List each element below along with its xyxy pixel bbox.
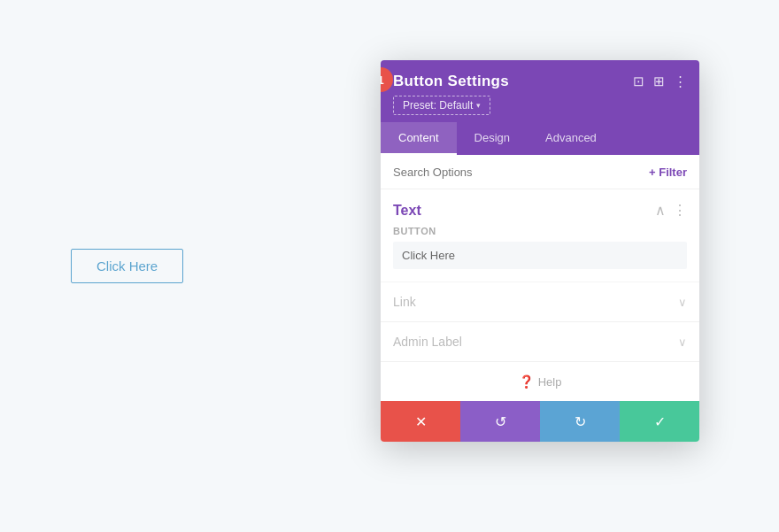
- settings-panel: Button Settings ⊡ ⊞ ⋮ 1 Preset: Default …: [381, 60, 699, 442]
- preview-button[interactable]: Click Here: [71, 249, 183, 283]
- link-section-title: Link: [393, 295, 416, 309]
- cancel-button[interactable]: ✕: [381, 401, 460, 442]
- help-row: ❓ Help: [381, 362, 699, 401]
- link-section: Link ∨: [381, 282, 699, 322]
- redo-button[interactable]: ↻: [540, 401, 620, 442]
- panel-body: + Filter Text ∧ ⋮ Button Link ∨: [381, 155, 699, 401]
- search-row: + Filter: [381, 155, 699, 189]
- preset-label-text: Preset: Default: [403, 99, 473, 112]
- tab-design[interactable]: Design: [457, 122, 528, 155]
- expand-icon[interactable]: ⊡: [633, 73, 644, 89]
- help-label: Help: [538, 375, 562, 389]
- preset-row: 1 Preset: Default ▾: [393, 96, 687, 115]
- save-button[interactable]: ✓: [620, 401, 699, 442]
- collapse-icon[interactable]: ∧: [655, 202, 666, 219]
- panel-tabs: Content Design Advanced: [381, 122, 699, 155]
- text-section-header: Text ∧ ⋮: [381, 189, 699, 226]
- grid-icon[interactable]: ⊞: [653, 73, 665, 89]
- filter-button[interactable]: + Filter: [649, 166, 687, 179]
- panel-header-top: Button Settings ⊡ ⊞ ⋮: [393, 73, 687, 90]
- admin-label-section: Admin Label ∨: [381, 322, 699, 362]
- panel-header-icons: ⊡ ⊞ ⋮: [633, 73, 687, 89]
- panel-title: Button Settings: [393, 73, 509, 90]
- reset-button[interactable]: ↺: [460, 401, 540, 442]
- text-section-title: Text: [393, 203, 421, 219]
- panel-header: Button Settings ⊡ ⊞ ⋮ 1 Preset: Default …: [381, 60, 699, 122]
- search-input-wrap: [393, 164, 649, 180]
- link-chevron-icon: ∨: [678, 296, 687, 309]
- text-section: Text ∧ ⋮ Button: [381, 189, 699, 282]
- preset-badge: 1: [381, 67, 393, 92]
- help-icon: ❓: [519, 374, 534, 389]
- panel-footer: ✕ ↺ ↻ ✓: [381, 401, 699, 442]
- button-field-label: Button: [393, 226, 687, 236]
- section-more-icon[interactable]: ⋮: [673, 202, 687, 219]
- tab-content[interactable]: Content: [381, 122, 457, 155]
- button-text-input[interactable]: [393, 242, 687, 269]
- search-input[interactable]: [393, 166, 649, 179]
- preset-arrow-icon: ▾: [476, 101, 481, 110]
- admin-label-chevron-icon: ∨: [678, 335, 687, 349]
- tab-advanced[interactable]: Advanced: [528, 122, 614, 155]
- admin-label-section-header[interactable]: Admin Label ∨: [381, 322, 699, 361]
- preset-selector[interactable]: Preset: Default ▾: [393, 96, 490, 115]
- admin-label-section-title: Admin Label: [393, 335, 462, 349]
- more-icon[interactable]: ⋮: [674, 73, 687, 89]
- link-section-header[interactable]: Link ∨: [381, 282, 699, 321]
- text-section-content: Button: [381, 226, 699, 281]
- text-section-icons: ∧ ⋮: [655, 202, 687, 219]
